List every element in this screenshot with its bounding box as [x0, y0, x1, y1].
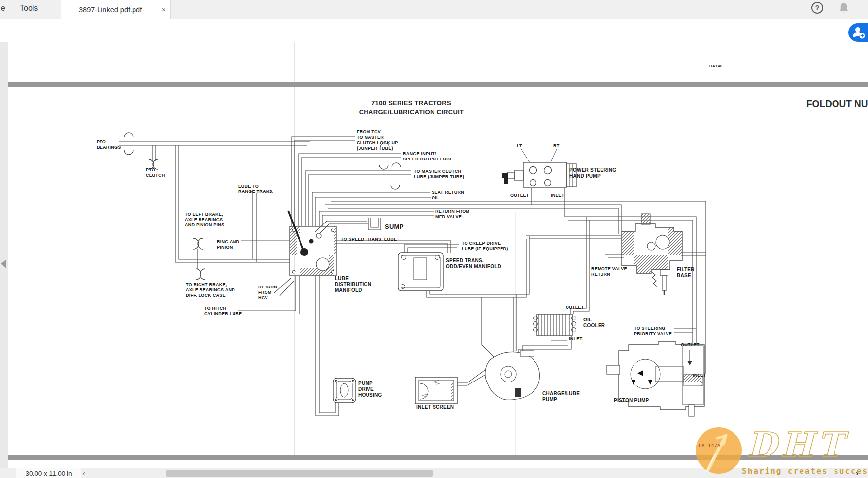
share-document-button[interactable] — [848, 23, 868, 42]
tab-tools[interactable]: Tools — [20, 4, 38, 13]
clipped-home-tab-text[interactable]: e — [1, 4, 5, 13]
diagram-title-line1: 7100 SERIES TRACTORS — [315, 99, 507, 107]
page-fold-crease — [294, 42, 295, 455]
scroll-right-icon[interactable]: › — [856, 469, 858, 477]
toolbar — [0, 19, 868, 42]
previous-page-edge-arrow[interactable] — [1, 259, 6, 268]
status-bar: 30.00 x 11.00 in ‹ › — [0, 468, 868, 478]
page-dimensions: 30.00 x 11.00 in — [16, 468, 81, 478]
diagram-title-line2: CHARGE/LUBRICATION CIRCUIT — [315, 108, 507, 116]
pdf-viewer-window: { "colors": { "accent_blue": "#1473e6", … — [0, 0, 868, 478]
viewer-gutter — [0, 42, 8, 468]
horizontal-scrollbar-thumb[interactable] — [166, 470, 433, 477]
page-fold-crease-2 — [515, 212, 516, 455]
tab-close-icon[interactable]: × — [162, 6, 166, 13]
page-separator-top — [8, 82, 868, 87]
foldout-number-heading: FOLDOUT NUMB — [806, 98, 868, 110]
help-icon[interactable]: ? — [811, 2, 823, 14]
tab-document[interactable]: 3897-Linked pdf.pdf × — [61, 0, 171, 19]
page-separator-bottom — [8, 455, 868, 460]
bell-icon[interactable] — [837, 1, 850, 15]
previous-page-ref-code: RA146 — [709, 64, 722, 68]
scroll-left-icon[interactable]: ‹ — [83, 469, 85, 477]
document-tab-title: 3897-Linked pdf.pdf — [79, 6, 158, 14]
